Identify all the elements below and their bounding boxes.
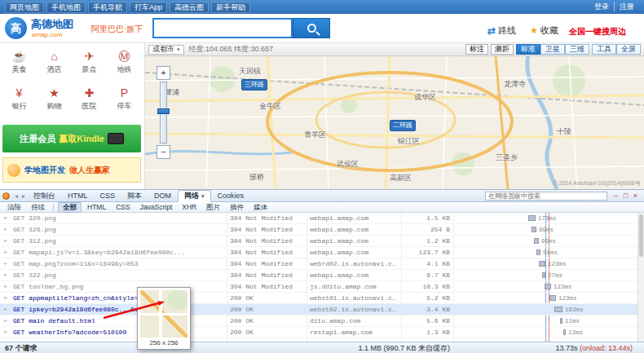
row-expander-icon[interactable]: +: [3, 315, 10, 327]
zoom-slider[interactable]: [160, 82, 167, 143]
filter-all[interactable]: 全部: [58, 202, 82, 213]
map-type-satellite-button[interactable]: 卫星: [540, 44, 565, 55]
measure-button[interactable]: 测距: [491, 44, 514, 55]
poi-category-shopping[interactable]: ★购物: [37, 83, 72, 120]
mascot-icon: [7, 164, 20, 177]
filter-xhr[interactable]: XHR: [178, 203, 201, 212]
request-time: 173ms: [538, 213, 557, 224]
poi-category-parking[interactable]: P停车: [107, 83, 142, 120]
minimize-icon[interactable]: –: [611, 192, 620, 201]
map-label: 天回镇: [239, 66, 261, 77]
mark-button[interactable]: 标注: [465, 44, 488, 55]
hotel-icon: ⌂: [37, 46, 72, 64]
tools-button[interactable]: 工具: [592, 44, 616, 55]
network-request-row[interactable]: + GET toolbar_bg.png 304 Not Modified js…: [0, 281, 637, 293]
filter-images[interactable]: 图片: [202, 203, 224, 212]
poi-category-hotel[interactable]: ⌂酒店: [37, 46, 72, 83]
filter-plugins[interactable]: 插件: [226, 203, 248, 212]
search-button[interactable]: [293, 18, 330, 38]
timeline-bar: [536, 249, 540, 255]
tab-network[interactable]: 网络 ▾: [178, 190, 211, 202]
zoom-out-button[interactable]: −: [157, 145, 170, 159]
topnav-link-help[interactable]: 新手帮助: [211, 2, 250, 13]
topnav-link-mobile-nav[interactable]: 手机导航: [88, 2, 127, 13]
row-expander-icon[interactable]: +: [3, 281, 10, 293]
filter-html[interactable]: HTML: [83, 203, 110, 212]
back-icon[interactable]: ◂: [13, 192, 20, 200]
filter-javascript[interactable]: JavaScript: [136, 203, 177, 212]
favorites-label: 收藏: [540, 24, 558, 37]
row-expander-icon[interactable]: +: [3, 270, 10, 281]
row-expander-icon[interactable]: +: [3, 236, 10, 247]
topnav-link-cloud-map[interactable]: 高德云图: [170, 2, 209, 13]
register-link[interactable]: 注册: [615, 2, 639, 12]
row-expander-icon[interactable]: +: [3, 327, 10, 338]
map-search-input[interactable]: [152, 18, 293, 38]
poi-category-scenic[interactable]: ✈景点: [72, 46, 107, 83]
kindle-promo-banner[interactable]: 注册会员 赢取Kindle: [2, 125, 141, 152]
network-request-row[interactable]: + GET weatherInfo?adcode=510100 200 OK r…: [0, 327, 637, 338]
total-time: 13.73s (onload: 13.44s): [555, 344, 633, 352]
network-request-row[interactable]: + GET map.png?zoom=11&x=1649&y=853 304 N…: [0, 258, 637, 270]
filter-css[interactable]: CSS: [112, 203, 134, 212]
network-request-row[interactable]: + GET 320.png 304 Not Modified webapi.am…: [0, 213, 637, 224]
map-canvas[interactable]: 天回镇 犀浦 金牛区 成华区 龙潭寺 青羊区 锦江区 武侯区 高新区 三圣乡 簇…: [145, 56, 644, 189]
topnav-link-taxi-app[interactable]: 打车App: [130, 2, 167, 13]
company-suffix: 阿里巴巴·旗下: [91, 24, 143, 35]
topnav-link-web-map[interactable]: 网页地图: [5, 2, 44, 13]
tab-console[interactable]: 控制台: [28, 191, 61, 201]
tab-html[interactable]: HTML: [62, 191, 94, 201]
poi-category-food[interactable]: ☕美食: [2, 46, 37, 83]
login-link[interactable]: 登录: [589, 2, 615, 12]
map-type-3d-button[interactable]: 三维: [565, 44, 589, 55]
firebug-icon[interactable]: [2, 192, 10, 200]
tab-css[interactable]: CSS: [95, 191, 121, 201]
map-toolbar: 成都市 ▾ 经度:104.065 纬度:30.657 标注 测距 标准 卫星 三…: [145, 43, 644, 56]
city-selector[interactable]: 成都市 ▾: [148, 45, 184, 55]
network-request-row[interactable]: + GET 326.png 304 Not Modified webapi.am…: [0, 224, 637, 236]
promo-text[interactable]: 全国一键搜周边: [569, 26, 626, 38]
scrollbar[interactable]: [637, 213, 644, 342]
row-expander-icon[interactable]: +: [3, 213, 10, 224]
tab-script[interactable]: 脚本: [121, 191, 148, 201]
network-request-row[interactable]: + GET mapapi.js?v=1.3&key=b2942a19d6fee0…: [0, 247, 637, 258]
persist-button[interactable]: 持续: [27, 203, 49, 212]
clear-button[interactable]: 清除: [3, 203, 25, 212]
topnav-link-mobile-map[interactable]: 手机地图: [46, 2, 86, 13]
map-type-standard-button[interactable]: 标准: [516, 44, 540, 55]
tab-cookies[interactable]: Cookies: [212, 191, 250, 201]
poi-category-bank[interactable]: ¥银行: [2, 83, 37, 120]
fullscreen-button[interactable]: 全屏: [616, 44, 641, 55]
request-size: 10.3 KB: [403, 281, 450, 293]
amap-logo-icon[interactable]: 高: [5, 17, 27, 39]
network-request-row[interactable]: + GET 322.png 304 Not Modified webapi.am…: [0, 270, 637, 281]
network-request-row[interactable]: + GET main default.html 200 OK ditu.amap…: [0, 315, 637, 327]
row-expander-icon[interactable]: +: [3, 293, 10, 304]
scrollbar-thumb[interactable]: [639, 214, 643, 257]
request-size: 123.7 KB: [403, 247, 450, 258]
network-request-row-selected[interactable]: + GET ipkey=b2942a19d6fee080c...&v 200 O…: [0, 304, 637, 315]
zoom-in-button[interactable]: +: [157, 66, 170, 80]
network-search-input[interactable]: [485, 192, 607, 201]
route-link[interactable]: ⇄ 路线: [487, 24, 516, 37]
zoom-slider-handle[interactable]: [157, 108, 170, 114]
request-domain: restapi.amap.com: [310, 327, 398, 338]
timeline-bar: [545, 284, 551, 289]
forward-icon[interactable]: ▸: [20, 192, 27, 200]
developer-promo-banner[interactable]: 学地图开发 做人生赢家: [2, 157, 141, 183]
row-expander-icon[interactable]: +: [3, 247, 10, 258]
row-expander-icon[interactable]: +: [3, 304, 10, 315]
row-expander-icon[interactable]: +: [3, 224, 10, 236]
detach-window-icon[interactable]: □: [621, 192, 630, 201]
row-expander-icon[interactable]: +: [3, 258, 10, 270]
poi-category-hospital[interactable]: ✚医院: [72, 83, 107, 120]
filter-media[interactable]: 媒体: [249, 203, 271, 212]
request-url: GET 322.png: [13, 270, 223, 281]
close-icon[interactable]: ×: [631, 192, 640, 201]
poi-category-metro[interactable]: Ⓜ地铁: [107, 46, 142, 83]
network-request-row[interactable]: + GET 312.png 304 Not Modified webapi.am…: [0, 236, 637, 247]
network-request-row[interactable]: + GET appmaptile?lang=zh_cn&style=7&x=..…: [0, 293, 637, 304]
request-url: GET 320.png: [13, 213, 223, 224]
tab-dom[interactable]: DOM: [148, 191, 177, 201]
favorites-link[interactable]: ★ 收藏: [530, 24, 558, 37]
